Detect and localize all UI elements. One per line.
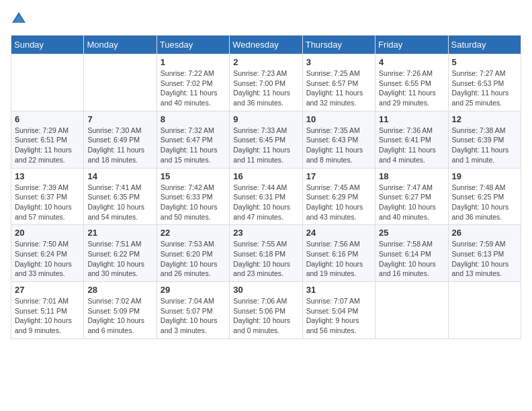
calendar-cell: 22Sunrise: 7:53 AM Sunset: 6:20 PM Dayli… — [157, 225, 229, 282]
day-info: Sunrise: 7:59 AM Sunset: 6:13 PM Dayligh… — [452, 239, 517, 279]
day-number: 23 — [233, 228, 298, 238]
calendar-cell: 3Sunrise: 7:25 AM Sunset: 6:57 PM Daylig… — [302, 54, 375, 111]
week-row-3: 13Sunrise: 7:39 AM Sunset: 6:37 PM Dayli… — [11, 168, 521, 225]
calendar-cell: 31Sunrise: 7:07 AM Sunset: 5:04 PM Dayli… — [302, 282, 375, 339]
day-number: 31 — [306, 285, 371, 295]
calendar-table: SundayMondayTuesdayWednesdayThursdayFrid… — [11, 35, 521, 339]
day-number: 21 — [87, 228, 152, 238]
calendar-cell: 12Sunrise: 7:38 AM Sunset: 6:39 PM Dayli… — [448, 111, 521, 168]
day-number: 18 — [379, 171, 444, 181]
calendar-header-row: SundayMondayTuesdayWednesdayThursdayFrid… — [11, 36, 521, 54]
day-info: Sunrise: 7:42 AM Sunset: 6:33 PM Dayligh… — [161, 183, 226, 222]
calendar-cell — [375, 282, 448, 339]
day-info: Sunrise: 7:27 AM Sunset: 6:53 PM Dayligh… — [452, 68, 517, 108]
day-info: Sunrise: 7:29 AM Sunset: 6:51 PM Dayligh… — [15, 126, 80, 165]
day-info: Sunrise: 7:22 AM Sunset: 7:02 PM Dayligh… — [161, 68, 226, 108]
day-info: Sunrise: 7:41 AM Sunset: 6:35 PM Dayligh… — [87, 183, 152, 222]
calendar-cell: 5Sunrise: 7:27 AM Sunset: 6:53 PM Daylig… — [448, 54, 521, 111]
week-row-5: 27Sunrise: 7:01 AM Sunset: 5:11 PM Dayli… — [11, 282, 521, 339]
day-number: 17 — [306, 171, 371, 181]
week-row-1: 1Sunrise: 7:22 AM Sunset: 7:02 PM Daylig… — [11, 54, 521, 111]
day-number: 1 — [161, 57, 226, 67]
column-header-sunday: Sunday — [11, 36, 84, 54]
calendar-cell: 2Sunrise: 7:23 AM Sunset: 7:00 PM Daylig… — [230, 54, 302, 111]
calendar-cell: 10Sunrise: 7:35 AM Sunset: 6:43 PM Dayli… — [302, 111, 375, 168]
day-number: 22 — [161, 228, 226, 238]
calendar-cell: 21Sunrise: 7:51 AM Sunset: 6:22 PM Dayli… — [84, 225, 157, 282]
day-info: Sunrise: 7:45 AM Sunset: 6:29 PM Dayligh… — [306, 183, 371, 222]
day-number: 5 — [452, 57, 517, 67]
column-header-monday: Monday — [84, 36, 157, 54]
calendar-cell: 14Sunrise: 7:41 AM Sunset: 6:35 PM Dayli… — [84, 168, 157, 225]
day-info: Sunrise: 7:26 AM Sunset: 6:55 PM Dayligh… — [379, 68, 444, 108]
calendar-cell: 29Sunrise: 7:04 AM Sunset: 5:07 PM Dayli… — [157, 282, 229, 339]
day-info: Sunrise: 7:30 AM Sunset: 6:49 PM Dayligh… — [87, 126, 152, 165]
column-header-saturday: Saturday — [448, 36, 521, 54]
day-info: Sunrise: 7:35 AM Sunset: 6:43 PM Dayligh… — [306, 126, 371, 165]
day-number: 16 — [233, 171, 298, 181]
day-info: Sunrise: 7:25 AM Sunset: 6:57 PM Dayligh… — [306, 68, 371, 108]
week-row-2: 6Sunrise: 7:29 AM Sunset: 6:51 PM Daylig… — [11, 111, 521, 168]
day-info: Sunrise: 7:01 AM Sunset: 5:11 PM Dayligh… — [15, 296, 80, 336]
day-info: Sunrise: 7:44 AM Sunset: 6:31 PM Dayligh… — [233, 183, 298, 222]
day-number: 19 — [452, 171, 517, 181]
day-number: 4 — [379, 57, 444, 67]
calendar-cell: 20Sunrise: 7:50 AM Sunset: 6:24 PM Dayli… — [11, 225, 84, 282]
day-number: 29 — [161, 285, 226, 295]
day-number: 28 — [87, 285, 152, 295]
day-info: Sunrise: 7:50 AM Sunset: 6:24 PM Dayligh… — [15, 239, 80, 279]
calendar-cell: 19Sunrise: 7:48 AM Sunset: 6:25 PM Dayli… — [448, 168, 521, 225]
day-info: Sunrise: 7:33 AM Sunset: 6:45 PM Dayligh… — [233, 126, 298, 165]
day-info: Sunrise: 7:23 AM Sunset: 7:00 PM Dayligh… — [233, 68, 298, 108]
calendar-cell: 8Sunrise: 7:32 AM Sunset: 6:47 PM Daylig… — [157, 111, 229, 168]
day-info: Sunrise: 7:02 AM Sunset: 5:09 PM Dayligh… — [87, 296, 152, 336]
day-info: Sunrise: 7:56 AM Sunset: 6:16 PM Dayligh… — [306, 239, 371, 279]
calendar-cell: 26Sunrise: 7:59 AM Sunset: 6:13 PM Dayli… — [448, 225, 521, 282]
day-number: 15 — [161, 171, 226, 181]
calendar-cell: 11Sunrise: 7:36 AM Sunset: 6:41 PM Dayli… — [375, 111, 448, 168]
column-header-friday: Friday — [375, 36, 448, 54]
week-row-4: 20Sunrise: 7:50 AM Sunset: 6:24 PM Dayli… — [11, 225, 521, 282]
day-number: 24 — [306, 228, 371, 238]
day-number: 6 — [15, 114, 80, 124]
day-info: Sunrise: 7:38 AM Sunset: 6:39 PM Dayligh… — [452, 126, 517, 165]
calendar-cell: 27Sunrise: 7:01 AM Sunset: 5:11 PM Dayli… — [11, 282, 84, 339]
day-number: 9 — [233, 114, 298, 124]
calendar-cell: 24Sunrise: 7:56 AM Sunset: 6:16 PM Dayli… — [302, 225, 375, 282]
day-number: 13 — [15, 171, 80, 181]
day-number: 2 — [233, 57, 298, 67]
calendar-cell: 28Sunrise: 7:02 AM Sunset: 5:09 PM Dayli… — [84, 282, 157, 339]
column-header-tuesday: Tuesday — [157, 36, 229, 54]
calendar-cell — [448, 282, 521, 339]
calendar-cell: 25Sunrise: 7:58 AM Sunset: 6:14 PM Dayli… — [375, 225, 448, 282]
day-info: Sunrise: 7:47 AM Sunset: 6:27 PM Dayligh… — [379, 183, 444, 222]
day-number: 25 — [379, 228, 444, 238]
calendar-cell: 18Sunrise: 7:47 AM Sunset: 6:27 PM Dayli… — [375, 168, 448, 225]
day-number: 8 — [161, 114, 226, 124]
calendar-cell: 30Sunrise: 7:06 AM Sunset: 5:06 PM Dayli… — [230, 282, 302, 339]
day-number: 10 — [306, 114, 371, 124]
calendar-cell: 1Sunrise: 7:22 AM Sunset: 7:02 PM Daylig… — [157, 54, 229, 111]
calendar-cell: 6Sunrise: 7:29 AM Sunset: 6:51 PM Daylig… — [11, 111, 84, 168]
day-info: Sunrise: 7:32 AM Sunset: 6:47 PM Dayligh… — [161, 126, 226, 165]
calendar-cell: 7Sunrise: 7:30 AM Sunset: 6:49 PM Daylig… — [84, 111, 157, 168]
day-info: Sunrise: 7:53 AM Sunset: 6:20 PM Dayligh… — [161, 239, 226, 279]
calendar-cell: 4Sunrise: 7:26 AM Sunset: 6:55 PM Daylig… — [375, 54, 448, 111]
column-header-thursday: Thursday — [302, 36, 375, 54]
calendar-cell: 16Sunrise: 7:44 AM Sunset: 6:31 PM Dayli… — [230, 168, 302, 225]
logo — [11, 11, 30, 27]
day-info: Sunrise: 7:36 AM Sunset: 6:41 PM Dayligh… — [379, 126, 444, 165]
day-info: Sunrise: 7:48 AM Sunset: 6:25 PM Dayligh… — [452, 183, 517, 222]
day-number: 12 — [452, 114, 517, 124]
day-number: 14 — [87, 171, 152, 181]
day-info: Sunrise: 7:58 AM Sunset: 6:14 PM Dayligh… — [379, 239, 444, 279]
day-number: 30 — [233, 285, 298, 295]
day-info: Sunrise: 7:06 AM Sunset: 5:06 PM Dayligh… — [233, 296, 298, 336]
day-info: Sunrise: 7:55 AM Sunset: 6:18 PM Dayligh… — [233, 239, 298, 279]
logo-icon — [11, 11, 27, 27]
calendar-cell: 15Sunrise: 7:42 AM Sunset: 6:33 PM Dayli… — [157, 168, 229, 225]
day-number: 20 — [15, 228, 80, 238]
calendar-cell: 9Sunrise: 7:33 AM Sunset: 6:45 PM Daylig… — [230, 111, 302, 168]
day-number: 7 — [87, 114, 152, 124]
day-number: 27 — [15, 285, 80, 295]
